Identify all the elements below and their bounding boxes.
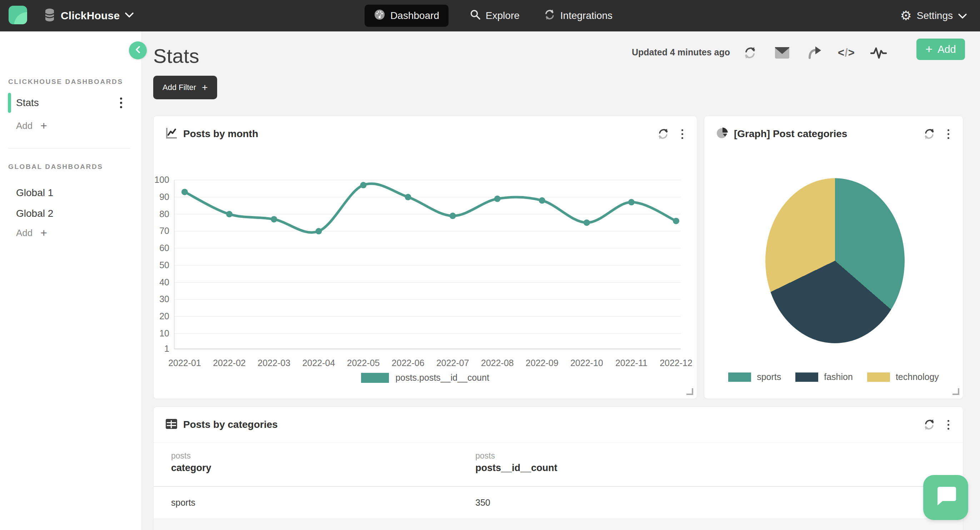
- posts-by-month-card: Posts by month 1009080706050403020101202…: [153, 116, 697, 399]
- cell-category: sports: [171, 498, 196, 508]
- card-header: Posts by month: [154, 116, 697, 152]
- sidebar-item-stats[interactable]: Stats: [0, 91, 141, 114]
- data-point[interactable]: [181, 189, 188, 195]
- y-tick-label: 70: [159, 226, 169, 236]
- column-group-label: posts: [171, 451, 191, 461]
- refresh-dashboard-button[interactable]: [741, 44, 759, 61]
- tab-explore[interactable]: Explore: [467, 5, 522, 27]
- add-global-dashboard-button[interactable]: Add +: [16, 227, 47, 239]
- share-button[interactable]: [806, 44, 823, 61]
- column-header-count[interactable]: posts__id__count: [476, 463, 557, 474]
- add-filter-button[interactable]: Add Filter +: [153, 76, 217, 99]
- sidebar-item-global-1[interactable]: Global 1: [0, 181, 141, 204]
- card-menu-button[interactable]: [942, 126, 954, 142]
- dashboard-gauge-icon: [374, 9, 385, 23]
- app-logo[interactable]: [9, 6, 27, 24]
- column-header-category[interactable]: category: [171, 463, 212, 474]
- sidebar-item-global-2[interactable]: Global 2: [0, 202, 141, 225]
- column-group-label: posts: [476, 451, 495, 461]
- table-body: sports350fashion339: [154, 486, 963, 530]
- data-point[interactable]: [271, 216, 277, 223]
- embed-code-button[interactable]: </>: [838, 44, 855, 61]
- x-tick-label: 2022-03: [258, 358, 290, 368]
- plus-icon: +: [40, 227, 47, 239]
- data-point[interactable]: [360, 182, 366, 188]
- data-point[interactable]: [450, 213, 456, 219]
- card-resize-handle[interactable]: [686, 388, 693, 395]
- refresh-card-button[interactable]: [921, 126, 937, 142]
- y-tick-label: 90: [159, 192, 169, 202]
- sidebar-collapse-button[interactable]: [129, 41, 147, 59]
- tab-integrations[interactable]: Integrations: [541, 5, 616, 27]
- line-chart-icon: [165, 127, 178, 141]
- card-resize-handle[interactable]: [953, 388, 959, 395]
- y-tick-label: 100: [154, 175, 169, 185]
- sidebar: CLICKHOUSE DASHBOARDS Stats Add + GLOBAL…: [0, 32, 141, 530]
- kebab-menu-icon[interactable]: [118, 95, 124, 110]
- legend-label: technology: [896, 372, 939, 382]
- chart-legend: posts.posts__id__count: [154, 372, 697, 383]
- legend-item-sports: sports: [728, 372, 781, 382]
- posts-by-categories-card: Posts by categories posts category posts…: [153, 406, 963, 530]
- legend-label: sports: [757, 372, 781, 382]
- page-title: Stats: [153, 44, 199, 67]
- tab-dashboard[interactable]: Dashboard: [364, 5, 449, 27]
- refresh-card-button[interactable]: [921, 417, 937, 433]
- card-header: Posts by categories: [154, 407, 963, 442]
- cell-count: 339: [476, 529, 490, 530]
- pie-chart[interactable]: [765, 178, 905, 343]
- tab-integrations-label: Integrations: [560, 10, 612, 21]
- database-selector[interactable]: ClickHouse: [44, 0, 134, 32]
- legend-label: posts.posts__id__count: [395, 372, 489, 383]
- sidebar-item-label: Global 2: [16, 208, 53, 219]
- y-tick-label: 30: [159, 294, 169, 304]
- refresh-card-button[interactable]: [655, 126, 671, 142]
- data-point[interactable]: [539, 197, 546, 204]
- code-icon: </>: [838, 46, 855, 59]
- x-tick-label: 2022-09: [526, 358, 558, 368]
- data-point[interactable]: [315, 228, 322, 234]
- card-menu-button[interactable]: [676, 126, 688, 142]
- email-report-button[interactable]: [773, 44, 791, 61]
- legend-swatch: [867, 372, 890, 382]
- y-tick-label: 40: [159, 277, 169, 287]
- legend-swatch: [361, 373, 389, 383]
- data-point[interactable]: [673, 218, 679, 224]
- top-navbar: ClickHouse Dashboard: [0, 0, 980, 32]
- y-tick-label: 60: [159, 243, 169, 253]
- legend-label: fashion: [824, 372, 853, 382]
- chevron-left-icon: [134, 45, 142, 55]
- y-tick-label: 80: [159, 209, 169, 219]
- table-row[interactable]: fashion339: [154, 518, 963, 530]
- add-chart-button[interactable]: + Add: [916, 38, 965, 60]
- plus-icon: +: [40, 120, 47, 131]
- card-title: Posts by categories: [183, 419, 278, 430]
- data-point[interactable]: [628, 199, 635, 205]
- table-header: posts category posts posts__id__count: [154, 442, 963, 486]
- settings-menu[interactable]: ⚙ Settings: [900, 0, 967, 32]
- gear-icon: ⚙: [900, 9, 912, 22]
- card-menu-button[interactable]: [942, 417, 954, 433]
- chevron-down-icon: [125, 12, 134, 19]
- data-point[interactable]: [584, 219, 590, 226]
- plus-icon: +: [202, 83, 207, 92]
- legend-item-fashion: fashion: [795, 372, 853, 382]
- data-point[interactable]: [494, 196, 501, 202]
- card-title: [Graph] Post categories: [734, 128, 847, 140]
- y-tick-label: 20: [159, 311, 169, 321]
- tab-explore-label: Explore: [486, 10, 520, 21]
- activity-button[interactable]: [870, 44, 887, 61]
- x-tick-label: 2022-11: [616, 358, 648, 368]
- chat-widget-button[interactable]: [923, 475, 968, 520]
- add-label: Add: [16, 228, 32, 239]
- data-point[interactable]: [226, 211, 232, 218]
- table-icon: [165, 419, 178, 431]
- data-point[interactable]: [405, 194, 411, 201]
- add-dashboard-button[interactable]: Add +: [16, 120, 47, 131]
- sidebar-section-global-dashboards: GLOBAL DASHBOARDS: [8, 163, 103, 171]
- x-tick-label: 2022-12: [660, 358, 692, 368]
- table-row[interactable]: sports350: [154, 487, 963, 518]
- sidebar-item-label: Global 1: [16, 187, 53, 199]
- last-updated-text: Updated 4 minutes ago: [632, 47, 730, 57]
- x-tick-label: 2022-05: [347, 358, 380, 368]
